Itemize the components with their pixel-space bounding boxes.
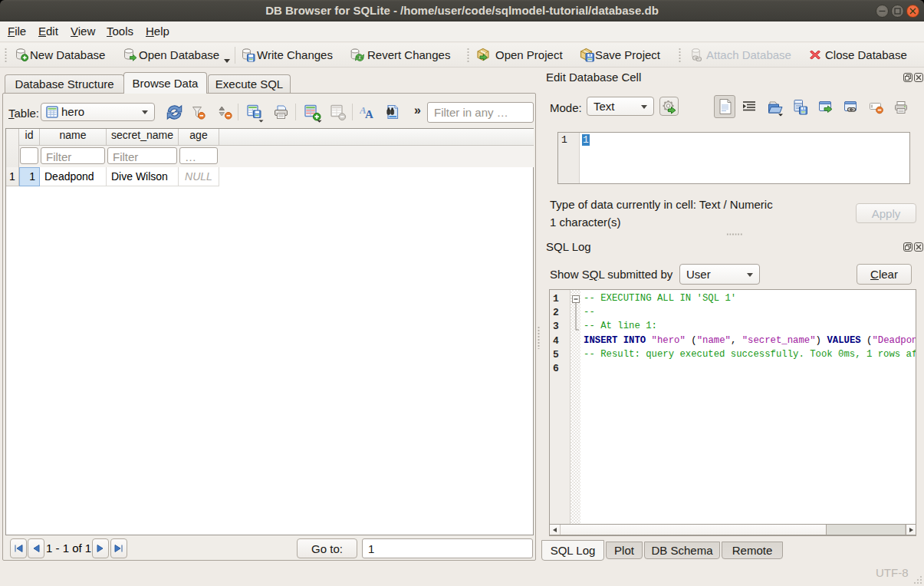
- svg-text:A: A: [365, 108, 373, 120]
